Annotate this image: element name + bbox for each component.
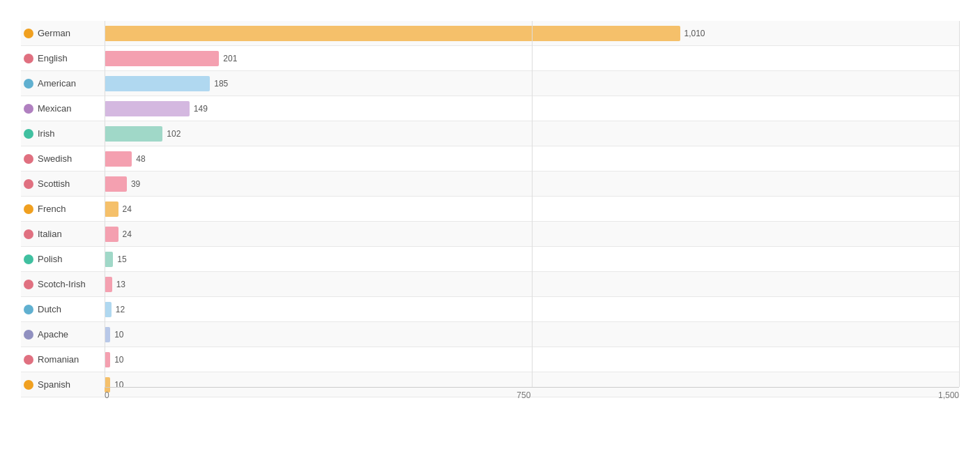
bar-label-area: Italian	[21, 229, 105, 239]
bar-dot	[24, 204, 33, 214]
bar-value: 48	[136, 154, 145, 164]
bar-dot	[24, 355, 33, 365]
bar: 24	[105, 201, 118, 217]
bar-value: 15	[117, 254, 126, 264]
bar: 48	[105, 151, 132, 167]
bar-label-area: Scotch-Irish	[21, 279, 105, 289]
bar-row: Mexican149	[21, 96, 959, 121]
bar-label-area: Romanian	[21, 354, 105, 365]
bar: 201	[105, 51, 219, 66]
bar: 12	[105, 302, 112, 317]
bar-label-text: Irish	[38, 128, 55, 139]
bar-value: 24	[123, 229, 132, 239]
bar-row: Scotch-Irish13	[21, 272, 959, 297]
bar-value: 185	[214, 79, 228, 89]
bar-label-text: French	[38, 204, 66, 214]
bar-label-text: English	[38, 53, 68, 63]
bar: 15	[105, 252, 113, 267]
chart-area: German1,010English201American185Mexican1…	[21, 21, 959, 408]
bar-label-area: Irish	[21, 128, 105, 139]
bar-label-area: Mexican	[21, 103, 105, 114]
bar-row: Swedish48	[21, 146, 959, 172]
x-label-0: 0	[105, 390, 109, 400]
bar-row: French24	[21, 197, 959, 222]
bar-label-text: Scottish	[38, 178, 70, 189]
bar-row: Apache10	[21, 322, 959, 347]
bar-value: 12	[116, 305, 125, 314]
bar-value: 201	[223, 54, 237, 63]
bar-label-text: Swedish	[38, 153, 72, 164]
bar-label-area: German	[21, 28, 105, 38]
bar: 39	[105, 176, 127, 192]
bar-row: Scottish39	[21, 172, 959, 197]
bar-label-area: Dutch	[21, 304, 105, 314]
bar-label-text: Dutch	[38, 304, 61, 314]
grid-line-1500	[959, 21, 960, 387]
bar: 149	[105, 101, 190, 116]
bar-dot	[24, 179, 33, 189]
grid-line-750	[532, 21, 533, 387]
bar-label-area: Swedish	[21, 153, 105, 164]
bar-dot	[24, 254, 33, 264]
bar-label-text: Polish	[38, 254, 62, 264]
bar-dot	[24, 305, 33, 314]
bar-value: 102	[167, 129, 181, 139]
bar-dot	[24, 29, 33, 38]
bar: 1,010	[105, 26, 680, 41]
bar: 10	[105, 327, 110, 342]
bar-value: 24	[123, 204, 132, 214]
bar-label-text: Scotch-Irish	[38, 279, 86, 289]
bar-dot	[24, 330, 33, 340]
bar-label-area: Scottish	[21, 178, 105, 189]
chart-container: German1,010English201American185Mexican1…	[0, 0, 980, 449]
bar-dot	[24, 79, 33, 89]
bar-label-area: Apache	[21, 329, 105, 340]
bar-row: American185	[21, 71, 959, 96]
bar: 24	[105, 227, 118, 242]
bar-label-text: Mexican	[38, 103, 71, 114]
bar-dot	[24, 54, 33, 63]
bar-label-area: French	[21, 204, 105, 214]
bar-row: Irish102	[21, 121, 959, 146]
bar-row: Polish15	[21, 247, 959, 272]
bar-row: Italian24	[21, 222, 959, 247]
bar-label-text: Apache	[38, 329, 68, 340]
bar-label-text: Romanian	[38, 354, 79, 365]
bar-dot	[24, 280, 33, 289]
bar-label-text: German	[38, 28, 70, 38]
bar-dot	[24, 229, 33, 239]
bar-value: 10	[114, 330, 123, 340]
bar-label-text: American	[38, 78, 76, 89]
bar-dot	[24, 104, 33, 114]
bar-label-text: Italian	[38, 229, 62, 239]
bar-label-text: Spanish	[38, 379, 70, 390]
bar-value: 13	[116, 280, 125, 289]
bar: 13	[105, 277, 112, 292]
bar-row: Dutch12	[21, 297, 959, 322]
x-axis: 0 750 1,500	[105, 387, 959, 408]
bar: 185	[105, 76, 210, 91]
bar-dot	[24, 380, 33, 390]
bars-section: German1,010English201American185Mexican1…	[21, 21, 959, 387]
bar-value: 149	[194, 104, 208, 114]
x-label-750: 750	[516, 390, 530, 400]
bar-value: 1,010	[684, 29, 705, 38]
bar: 10	[105, 352, 110, 367]
bar-row: Romanian10	[21, 347, 959, 372]
x-label-1500: 1,500	[938, 390, 959, 400]
bar-dot	[24, 154, 33, 164]
bar-label-area: Polish	[21, 254, 105, 264]
bar: 102	[105, 126, 162, 142]
bar-row: German1,010	[21, 21, 959, 46]
bar-label-area: American	[21, 78, 105, 89]
bar-value: 39	[131, 179, 140, 189]
bar-value: 10	[114, 355, 123, 365]
bar-label-area: English	[21, 53, 105, 63]
bar-label-area: Spanish	[21, 379, 105, 390]
bar-row: English201	[21, 46, 959, 71]
bar-dot	[24, 129, 33, 139]
